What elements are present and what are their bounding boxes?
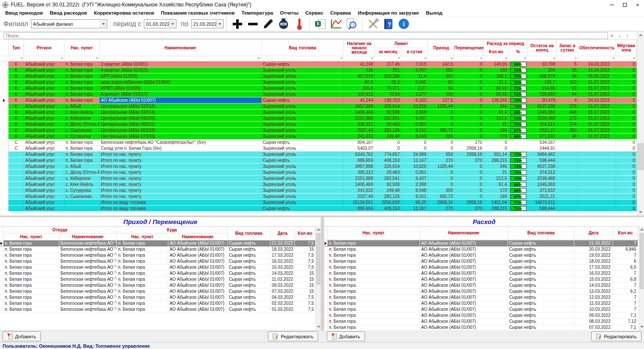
- table-row[interactable]: КАбыйский улусс. АбыйЦентральное (АБЫ 02…: [0, 103, 637, 109]
- table-row[interactable]: п. Белая гораБелогоская нефтебаза АО "Са…: [0, 252, 321, 258]
- column-header-from-name[interactable]: Наименование: [59, 234, 117, 240]
- column-header-date[interactable]: Дата: [270, 227, 295, 240]
- column-header-limit-day[interactable]: в сутки: [401, 48, 428, 56]
- table-row[interactable]: п. Белая гораБелогоская нефтебаза АО "Са…: [0, 270, 321, 276]
- table-row[interactable]: Абыйский улусс. СутуруохаИтого по нас. п…: [0, 188, 637, 194]
- table-row[interactable]: п. Белая гораАО Абыйское (АБЫ 01/007)Сыр…: [324, 288, 644, 294]
- column-filter[interactable]: [375, 56, 401, 61]
- menu-item[interactable]: Информация по загрузке: [354, 10, 422, 15]
- scroll-down-icon[interactable]: [639, 324, 644, 330]
- table-row[interactable]: п. Белая гораБелогоская нефтебаза АО "Са…: [0, 246, 321, 252]
- scrollbar-thumb[interactable]: [638, 143, 644, 170]
- scroll-up-icon[interactable]: [639, 226, 644, 233]
- scroll-down-icon[interactable]: [316, 324, 321, 330]
- period-from-select[interactable]: 01.03.2022: [144, 19, 176, 28]
- table-row[interactable]: п. Белая гораАО Абыйское (АБЫ 01/007)Сыр…: [324, 282, 644, 288]
- table-row[interactable]: п. Белая гораБелогоская нефтебаза АО "Са…: [0, 258, 321, 264]
- help-button[interactable]: ?: [382, 18, 395, 30]
- table-row[interactable]: КАбыйский улусс. СутуруохаЦентральная (А…: [0, 134, 637, 140]
- column-header-income[interactable]: Приход: [428, 40, 455, 56]
- table-row[interactable]: Абыйский улусс. АбыйИтого по нас. пункту…: [0, 164, 637, 170]
- edit-button[interactable]: [262, 18, 275, 30]
- table-row[interactable]: САбыйский улусп. Белая гораБелогоская не…: [0, 140, 637, 146]
- main-table-scrollbar[interactable]: [637, 32, 644, 215]
- table-row[interactable]: Абыйский улусс. Дёску (Оттох-Атах)Итого …: [0, 170, 637, 176]
- chart-button[interactable]: [330, 18, 343, 30]
- table-row[interactable]: п. Белая гораАО Абыйское (АБЫ 01/007)Сыр…: [324, 307, 644, 313]
- income-edit-button[interactable]: Редактировать: [268, 331, 318, 341]
- income-scrollbar[interactable]: [316, 226, 321, 330]
- table-row[interactable]: Абыйский улусп. Белая гораИтого по нас. …: [0, 158, 637, 164]
- income-add-button[interactable]: Добавить: [3, 331, 41, 341]
- table-row[interactable]: КАбыйский улусп. Белая гора3 квартал (АБ…: [0, 61, 637, 67]
- clear-search-button[interactable]: ×: [608, 32, 616, 39]
- menu-item[interactable]: Корректировка остатков: [91, 10, 158, 15]
- column-filter[interactable]: [9, 56, 24, 61]
- table-row[interactable]: п. Белая гораАО Абыйское (АБЫ 01/007)Сыр…: [324, 240, 644, 246]
- table-row[interactable]: Абыйский улусс. КебергенеИтого по нас. п…: [0, 176, 637, 182]
- table-row[interactable]: Абыйский улусс. Кенг-КюёльИтого по нас. …: [0, 182, 637, 188]
- search-down-button[interactable]: ↓: [616, 32, 623, 39]
- column-filter[interactable]: [261, 56, 344, 61]
- column-header-start[interactable]: Наличие на начало месяца: [344, 40, 375, 56]
- table-row[interactable]: п. Белая гораБелогоская нефтебаза АО "Са…: [0, 282, 321, 288]
- table-row[interactable]: п. Белая гораБелогоская нефтебаза АО "Са…: [0, 264, 321, 270]
- menu-item[interactable]: Температура: [238, 10, 277, 15]
- column-header-name[interactable]: Наименование: [100, 40, 261, 56]
- table-row[interactable]: п. Белая гораБелогоская нефтебаза АО "Са…: [0, 276, 321, 282]
- table-row[interactable]: п. Белая гораАО Абыйское (АБЫ 01/007)Сыр…: [324, 313, 644, 319]
- remove-button[interactable]: [246, 18, 259, 30]
- column-header-region[interactable]: Регион: [24, 40, 64, 56]
- period-to-select[interactable]: 21.03.2022: [191, 19, 224, 28]
- search-up-button[interactable]: ↑: [623, 32, 631, 39]
- table-row[interactable]: КАбыйский улусс. СыаганнахЦентральная (А…: [0, 127, 637, 134]
- table-row[interactable]: п. Белая гораАО Абыйское (АБЫ 01/007)Сыр…: [324, 300, 644, 307]
- table-row[interactable]: п. Белая гораБелогоская нефтебаза АО "Са…: [0, 240, 321, 246]
- column-header-secured[interactable]: Обеспеченность: [578, 40, 616, 56]
- column-filter[interactable]: [557, 56, 578, 61]
- table-row[interactable]: п. Белая гораАО Абыйское (АБЫ 01/007)Сыр…: [324, 246, 644, 252]
- table-row[interactable]: САбыйский улусп. Белая гораСклад угля п.…: [0, 146, 637, 152]
- column-header-settlement[interactable]: Нас. пункт: [328, 227, 420, 240]
- column-filter[interactable]: [528, 56, 557, 61]
- menu-item[interactable]: Отчеты: [276, 10, 302, 15]
- table-row[interactable]: КАбыйский улусп. Белая гораАО Абыйское (…: [0, 97, 637, 103]
- table-row[interactable]: КАбыйский улусс. КебергенеЦентральная (А…: [0, 115, 637, 121]
- column-header-qty[interactable]: Кол-во: [484, 48, 509, 56]
- table-row[interactable]: п. Белая гораАО Абыйское (АБЫ 01/007)Сыр…: [324, 264, 644, 270]
- excel-export-button[interactable]: X: [314, 18, 327, 30]
- scrollbar-thumb[interactable]: [640, 233, 644, 289]
- table-row[interactable]: п. Белая гораАО Абыйское (АБЫ 01/007)Сыр…: [324, 319, 644, 325]
- column-header-to-name[interactable]: Наименование: [168, 234, 228, 240]
- info-button[interactable]: i: [398, 18, 410, 30]
- table-row[interactable]: КАбыйский улусс. Дёску (Оттох-Атах)Центр…: [0, 121, 637, 127]
- table-row[interactable]: Абыйский улусИтого по виду топливаЗырянс…: [0, 200, 637, 206]
- table-row[interactable]: Абыйский улусИтого по виду топливаСырая …: [0, 206, 637, 212]
- column-filter[interactable]: [24, 56, 64, 61]
- column-header-days[interactable]: Запас в сутках: [557, 40, 578, 56]
- add-button[interactable]: [231, 18, 244, 30]
- column-header-qty[interactable]: Кол-во: [295, 227, 316, 240]
- column-header-from-settlement[interactable]: Нас. пункт: [3, 234, 59, 240]
- column-header-pct[interactable]: %: [509, 48, 528, 56]
- expense-scrollbar[interactable]: [639, 226, 644, 330]
- branch-select[interactable]: Абыйский филиал: [31, 19, 107, 28]
- column-filter[interactable]: [401, 56, 428, 61]
- table-row[interactable]: КАбыйский улусп. Белая гораБРП (АБЫ 01/0…: [0, 73, 637, 79]
- table-row[interactable]: Абыйский улусс. СыаганнахИтого по нас. п…: [0, 194, 637, 200]
- table-row[interactable]: КАбыйский улусс. Кенг-КюёльЦентральная (…: [0, 109, 637, 115]
- scrollbar-thumb[interactable]: [316, 233, 320, 285]
- column-filter[interactable]: [100, 56, 261, 61]
- column-filter[interactable]: [509, 56, 528, 61]
- menu-item[interactable]: Ввод расходов: [46, 10, 91, 15]
- column-header-qty[interactable]: Кол-во: [613, 227, 638, 240]
- menu-item[interactable]: Показания газовых счетчиков: [158, 10, 238, 15]
- column-header-fuel[interactable]: Вид топлива: [508, 227, 574, 240]
- maximize-button[interactable]: [618, 0, 631, 9]
- column-header-type[interactable]: Тип: [9, 40, 24, 56]
- column-header-fuel[interactable]: Вид топлива: [228, 227, 270, 240]
- column-header-date[interactable]: Дата: [574, 227, 613, 240]
- table-row[interactable]: Абыйский улусп. Белая гораИтого по нас. …: [0, 152, 637, 158]
- menu-item[interactable]: Сервис: [302, 10, 327, 15]
- column-filter[interactable]: [64, 56, 100, 61]
